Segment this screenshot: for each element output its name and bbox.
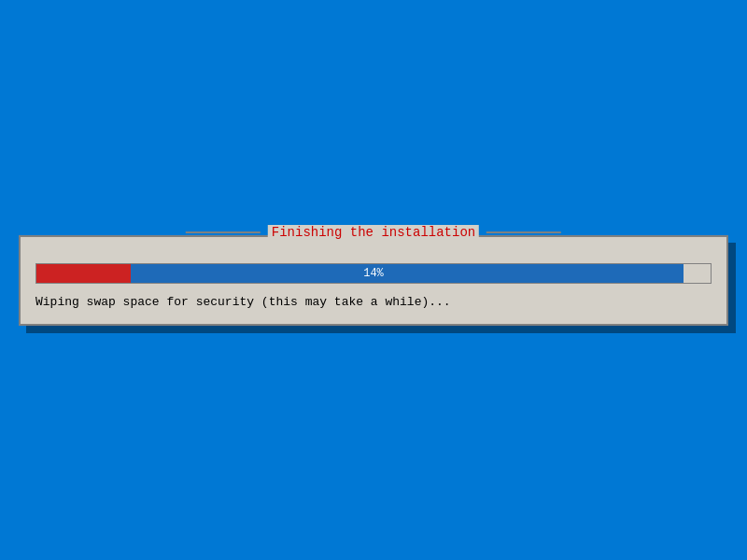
installation-dialog: Finishing the installation 14% Wiping sw… [19,235,728,326]
title-line-right [486,231,561,233]
dialog-content: 14% Wiping swap space for security (this… [21,245,726,324]
dialog-shadow: Finishing the installation 14% Wiping sw… [19,235,728,326]
title-line-left [186,231,261,233]
status-message: Wiping swap space for security (this may… [35,295,712,309]
dialog-title-bar: Finishing the installation [186,225,561,240]
progress-bar-container: 14% [35,263,712,284]
dialog-title: Finishing the installation [268,225,479,240]
progress-label: 14% [36,267,711,280]
